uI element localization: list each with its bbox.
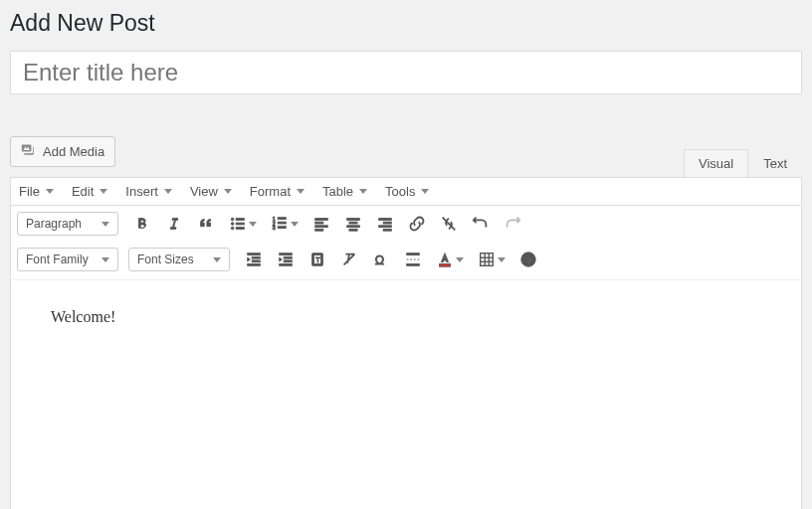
svg-rect-14 <box>315 226 328 228</box>
align-left-icon[interactable] <box>307 210 335 238</box>
svg-rect-17 <box>349 222 357 224</box>
caret-icon <box>421 189 429 194</box>
help-icon[interactable]: ? <box>514 246 542 273</box>
read-more-icon[interactable] <box>399 246 427 273</box>
caret-icon <box>359 189 367 194</box>
svg-rect-23 <box>383 229 391 231</box>
menu-format[interactable]: Format <box>250 184 304 199</box>
svg-text:Ω: Ω <box>375 254 384 267</box>
editor-content[interactable]: Welcome! <box>11 280 801 509</box>
svg-rect-11 <box>278 227 286 229</box>
svg-text:T: T <box>315 255 320 264</box>
svg-rect-10 <box>278 222 286 224</box>
toolbar-row-1: Paragraph 123 <box>11 206 801 242</box>
svg-rect-30 <box>284 260 292 262</box>
caret-icon <box>249 222 257 227</box>
table-icon[interactable] <box>473 246 510 273</box>
editor-tabs: Visual Text <box>684 149 802 177</box>
svg-rect-29 <box>284 256 292 258</box>
post-title-input[interactable] <box>10 51 802 94</box>
media-icon <box>21 142 37 161</box>
svg-rect-15 <box>315 229 323 231</box>
svg-rect-20 <box>379 219 392 221</box>
page-title: Add New Post <box>10 10 802 37</box>
align-right-icon[interactable] <box>371 210 399 238</box>
text-color-icon[interactable] <box>431 246 469 273</box>
numbered-list-icon[interactable]: 123 <box>266 210 304 238</box>
caret-icon <box>164 189 172 194</box>
caret-icon <box>297 189 304 194</box>
svg-rect-28 <box>280 254 293 255</box>
caret-icon <box>498 257 506 262</box>
svg-rect-31 <box>280 264 293 266</box>
clear-format-icon[interactable] <box>335 246 363 273</box>
bullet-list-icon[interactable] <box>224 210 262 238</box>
menu-file[interactable]: File <box>19 184 54 199</box>
svg-rect-13 <box>315 222 323 224</box>
redo-icon[interactable] <box>499 210 526 238</box>
svg-point-0 <box>231 218 234 221</box>
svg-rect-26 <box>252 260 260 262</box>
caret-icon <box>224 189 232 194</box>
caret-icon <box>102 222 109 227</box>
svg-rect-4 <box>236 223 244 225</box>
svg-rect-27 <box>248 264 261 266</box>
caret-icon <box>102 257 109 262</box>
unlink-icon[interactable] <box>435 210 463 238</box>
tab-visual[interactable]: Visual <box>684 149 748 177</box>
svg-rect-22 <box>379 226 392 228</box>
link-icon[interactable] <box>403 210 431 238</box>
align-center-icon[interactable] <box>339 210 367 238</box>
indent-icon[interactable] <box>272 246 300 273</box>
bold-icon[interactable] <box>128 210 156 238</box>
svg-rect-39 <box>481 254 494 266</box>
svg-rect-12 <box>315 219 328 221</box>
svg-rect-16 <box>347 219 360 221</box>
tab-text[interactable]: Text <box>748 149 802 177</box>
svg-rect-37 <box>407 264 420 266</box>
blockquote-icon[interactable] <box>192 210 220 238</box>
svg-rect-38 <box>440 264 451 267</box>
svg-point-1 <box>231 223 234 226</box>
menu-view[interactable]: View <box>190 184 232 199</box>
add-media-button[interactable]: Add Media <box>10 136 115 167</box>
font-family-select[interactable]: Font Family <box>17 248 118 271</box>
add-media-label: Add Media <box>43 144 104 159</box>
menu-tools[interactable]: Tools <box>385 184 429 199</box>
outdent-icon[interactable] <box>240 246 268 273</box>
special-char-icon[interactable]: Ω <box>367 246 395 273</box>
font-size-select[interactable]: Font Sizes <box>128 248 230 271</box>
svg-point-2 <box>231 227 234 230</box>
menu-table[interactable]: Table <box>322 184 367 199</box>
italic-icon[interactable] <box>160 210 188 238</box>
svg-rect-21 <box>383 222 391 224</box>
format-select[interactable]: Paragraph <box>17 212 118 236</box>
svg-rect-5 <box>236 228 244 230</box>
svg-text:3: 3 <box>273 225 276 231</box>
svg-rect-25 <box>252 256 260 258</box>
menu-insert[interactable]: Insert <box>125 184 172 199</box>
paste-text-icon[interactable]: T <box>304 246 331 273</box>
svg-rect-3 <box>236 219 244 221</box>
svg-text:?: ? <box>525 254 531 265</box>
svg-rect-9 <box>278 218 286 220</box>
caret-icon <box>213 257 221 262</box>
caret-icon <box>291 222 299 227</box>
menu-edit[interactable]: Edit <box>72 184 107 199</box>
svg-rect-19 <box>349 229 357 231</box>
svg-rect-18 <box>347 226 360 228</box>
toolbar-row-2: Font Family Font Sizes T Ω ? <box>11 242 801 280</box>
caret-icon <box>46 189 54 194</box>
editor-wrapper: File Edit Insert View Format Table Tools… <box>10 177 802 509</box>
svg-rect-36 <box>407 254 420 255</box>
caret-icon <box>100 189 107 194</box>
undo-icon[interactable] <box>467 210 495 238</box>
editor-menubar: File Edit Insert View Format Table Tools <box>11 178 801 206</box>
caret-icon <box>456 257 464 262</box>
svg-rect-24 <box>248 254 261 255</box>
